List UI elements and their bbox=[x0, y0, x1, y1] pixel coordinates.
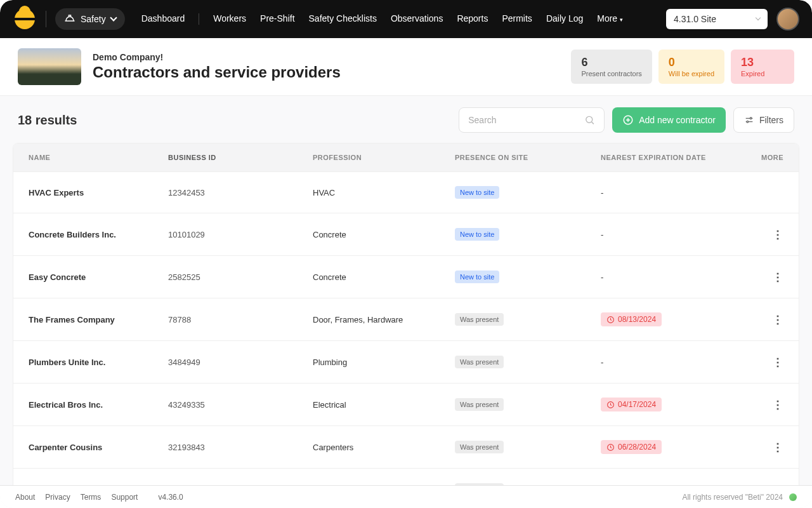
cell-profession: Carpenters bbox=[313, 443, 455, 452]
cell-business-id: 3484949 bbox=[168, 358, 313, 367]
filters-label: Filters bbox=[759, 115, 783, 125]
clock-alert-icon bbox=[606, 401, 615, 409]
search-icon bbox=[584, 114, 595, 126]
col-presence[interactable]: PRESENCE ON SITE bbox=[455, 154, 601, 161]
search-input[interactable] bbox=[468, 115, 579, 125]
cell-presence: Was present bbox=[455, 356, 601, 368]
add-contractor-button[interactable]: Add new contractor bbox=[612, 107, 726, 133]
cell-expiration: 08/13/2024 bbox=[601, 312, 743, 326]
table-row[interactable]: The Frames Company78788Door, Frames, Har… bbox=[13, 298, 799, 340]
expiration-badge: 06/28/2024 bbox=[601, 440, 662, 454]
footer-link-support[interactable]: Support bbox=[111, 493, 138, 502]
hardhat-icon bbox=[64, 13, 75, 25]
page-header: Demo Company! Contractors and service pr… bbox=[0, 38, 812, 96]
cell-profession: Plumbing bbox=[313, 358, 455, 367]
nav-link-observations[interactable]: Observations bbox=[391, 13, 443, 25]
cell-business-id: 12342453 bbox=[168, 188, 313, 197]
row-more-menu[interactable]: ⋯ bbox=[771, 399, 785, 410]
cell-name: Electrical Bros Inc. bbox=[29, 400, 168, 410]
col-profession[interactable]: PROFESSION bbox=[313, 154, 455, 161]
table-row[interactable]: Concrete Builders Inc.10101029ConcreteNe… bbox=[13, 213, 799, 255]
cell-profession: Concrete bbox=[313, 272, 455, 282]
stat-card[interactable]: 6Present contractors bbox=[571, 50, 652, 84]
nav-link-pre-shift[interactable]: Pre-Shift bbox=[260, 13, 294, 25]
cell-presence: Was present bbox=[455, 441, 601, 453]
cell-more: ⋯ bbox=[743, 440, 783, 454]
row-more-menu[interactable]: ⋯ bbox=[771, 357, 785, 368]
table-row[interactable]: Electrical Bros Inc.43249335ElectricalWa… bbox=[13, 383, 799, 425]
svg-point-2 bbox=[750, 117, 752, 119]
expiration-dash: - bbox=[601, 230, 603, 239]
presence-badge-was: Was present bbox=[455, 441, 504, 453]
svg-point-3 bbox=[747, 121, 749, 123]
row-more-menu[interactable]: ⋯ bbox=[771, 229, 785, 240]
chevron-down-icon bbox=[110, 14, 117, 21]
cell-profession: Electrical bbox=[313, 400, 455, 410]
cell-more: ⋯ bbox=[743, 398, 783, 411]
cell-expiration: - bbox=[601, 230, 743, 239]
module-label: Safety bbox=[81, 14, 106, 24]
svg-point-0 bbox=[586, 116, 593, 123]
table-row[interactable]: HVAC Experts12342453HVACNew to site- bbox=[13, 171, 799, 213]
user-avatar[interactable] bbox=[776, 8, 799, 30]
row-more-menu[interactable]: ⋯ bbox=[771, 442, 785, 453]
stat-number: 6 bbox=[581, 56, 641, 69]
nav-divider bbox=[199, 13, 199, 25]
footer-link-about[interactable]: About bbox=[15, 493, 35, 502]
status-dot-icon bbox=[789, 493, 797, 501]
cell-expiration: 04/17/2024 bbox=[601, 398, 743, 411]
site-selector[interactable]: 4.31.0 Site bbox=[666, 9, 768, 29]
search-box[interactable] bbox=[459, 107, 605, 133]
footer-version: v4.36.0 bbox=[158, 493, 183, 502]
cell-business-id: 78788 bbox=[168, 315, 313, 324]
col-business-id[interactable]: BUSINESS ID bbox=[168, 154, 313, 161]
cell-expiration: 06/28/2024 bbox=[601, 440, 743, 454]
stat-label: Will be expired bbox=[669, 70, 714, 77]
row-more-menu[interactable]: ⋯ bbox=[771, 272, 785, 283]
nav-link-daily-log[interactable]: Daily Log bbox=[546, 13, 583, 25]
row-more-menu[interactable]: ⋯ bbox=[771, 314, 785, 325]
footer-link-terms[interactable]: Terms bbox=[81, 493, 102, 502]
nav-link-safety-checklists[interactable]: Safety Checklists bbox=[309, 13, 377, 25]
table-row[interactable]: Plumbers Unite Inc.3484949PlumbingWas pr… bbox=[13, 340, 799, 383]
chevron-down-icon bbox=[756, 15, 761, 20]
cell-expiration: - bbox=[601, 188, 743, 197]
module-selector[interactable]: Safety bbox=[55, 8, 125, 30]
presence-badge-new: New to site bbox=[455, 228, 499, 241]
nav-more[interactable]: More ▾ bbox=[597, 13, 623, 25]
col-name[interactable]: NAME bbox=[29, 154, 168, 161]
top-nav: Safety DashboardWorkersPre-ShiftSafety C… bbox=[0, 0, 812, 38]
cell-business-id: 10101029 bbox=[168, 230, 313, 239]
cell-name: HVAC Experts bbox=[29, 188, 168, 197]
cell-presence: Was present bbox=[455, 398, 601, 411]
col-more: MORE bbox=[743, 154, 783, 161]
table-row[interactable]: Easy Concrete2582525ConcreteNew to site-… bbox=[13, 255, 799, 298]
col-expiration[interactable]: NEAREST EXPIRATION DATE bbox=[601, 154, 743, 161]
cell-presence: New to site bbox=[455, 228, 601, 241]
cell-more: ⋯ bbox=[743, 355, 783, 369]
stat-card[interactable]: 0Will be expired bbox=[658, 50, 724, 84]
cell-expiration: - bbox=[601, 272, 743, 282]
stat-number: 0 bbox=[669, 56, 714, 69]
toolbar: 18 results Add new contractor Filters bbox=[13, 96, 799, 140]
table-row[interactable]: Carpenter Cousins32193843CarpentersWas p… bbox=[13, 425, 799, 468]
nav-link-workers[interactable]: Workers bbox=[213, 13, 246, 25]
table-header: NAME BUSINESS ID PROFESSION PRESENCE ON … bbox=[13, 144, 799, 171]
footer-link-privacy[interactable]: Privacy bbox=[45, 493, 70, 502]
presence-badge-was: Was present bbox=[455, 313, 504, 326]
cell-presence: Was present bbox=[455, 313, 601, 326]
cell-profession: Concrete bbox=[313, 230, 455, 239]
presence-badge-new: New to site bbox=[455, 186, 499, 199]
stat-label: Expired bbox=[741, 70, 784, 77]
stat-card[interactable]: 13Expired bbox=[731, 50, 794, 84]
stat-label: Present contractors bbox=[581, 70, 641, 77]
cell-business-id: 43249335 bbox=[168, 400, 313, 410]
app-logo[interactable] bbox=[13, 7, 37, 31]
nav-link-reports[interactable]: Reports bbox=[457, 13, 488, 25]
presence-badge-was: Was present bbox=[455, 356, 504, 368]
cell-business-id: 32193843 bbox=[168, 443, 313, 452]
filters-button[interactable]: Filters bbox=[733, 107, 794, 133]
nav-link-dashboard[interactable]: Dashboard bbox=[141, 13, 185, 25]
company-name: Demo Company! bbox=[93, 52, 341, 62]
nav-link-permits[interactable]: Permits bbox=[502, 13, 532, 25]
